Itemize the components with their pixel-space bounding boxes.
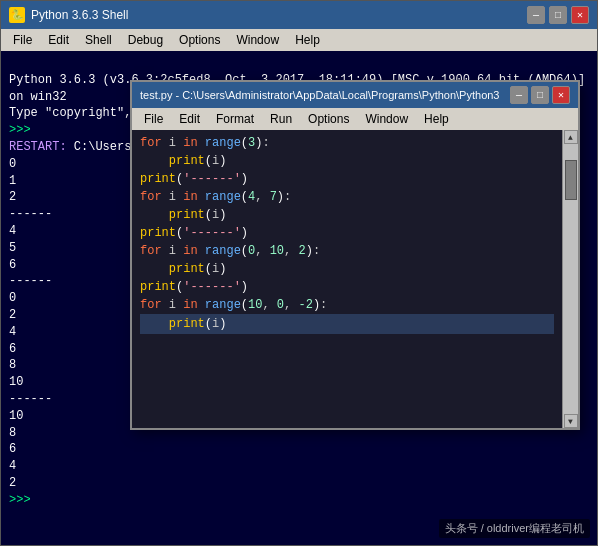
- python-icon: 🐍: [9, 7, 25, 23]
- code-line-4: for i in range(4, 7):: [140, 188, 554, 206]
- editor-scroll-area[interactable]: for i in range(3): print(i) print('-----…: [132, 130, 578, 428]
- shell-title-bar: 🐍 Python 3.6.3 Shell — □ ✕: [1, 1, 597, 29]
- maximize-button[interactable]: □: [549, 6, 567, 24]
- code-line-10: for i in range(10, 0, -2):: [140, 296, 554, 314]
- code-line-2: print(i): [140, 152, 554, 170]
- shell-menu-bar: File Edit Shell Debug Options Window Hel…: [1, 29, 597, 51]
- menu-edit[interactable]: Edit: [40, 31, 77, 49]
- shell-title-text: Python 3.6.3 Shell: [31, 8, 128, 22]
- editor-maximize-button[interactable]: □: [531, 86, 549, 104]
- title-bar-buttons: — □ ✕: [527, 6, 589, 24]
- menu-window[interactable]: Window: [228, 31, 287, 49]
- code-line-5: print(i): [140, 206, 554, 224]
- minimize-button[interactable]: —: [527, 6, 545, 24]
- editor-title-text: test.py - C:\Users\Administrator\AppData…: [140, 89, 500, 101]
- menu-file[interactable]: File: [5, 31, 40, 49]
- code-line-6: print('------'): [140, 224, 554, 242]
- code-line-11: print(i): [140, 314, 554, 334]
- code-line-1: for i in range(3):: [140, 134, 554, 152]
- menu-help[interactable]: Help: [287, 31, 328, 49]
- close-button[interactable]: ✕: [571, 6, 589, 24]
- menu-options[interactable]: Options: [171, 31, 228, 49]
- code-line-7: for i in range(0, 10, 2):: [140, 242, 554, 260]
- watermark: 头条号 / olddriver编程老司机: [439, 519, 590, 538]
- title-bar-left: 🐍 Python 3.6.3 Shell: [9, 7, 128, 23]
- editor-menu-window[interactable]: Window: [357, 110, 416, 128]
- scroll-thumb[interactable]: [565, 160, 577, 200]
- scroll-up-button[interactable]: ▲: [564, 130, 578, 144]
- editor-menu-options[interactable]: Options: [300, 110, 357, 128]
- editor-close-button[interactable]: ✕: [552, 86, 570, 104]
- code-line-3: print('------'): [140, 170, 554, 188]
- editor-menu-help[interactable]: Help: [416, 110, 457, 128]
- code-line-9: print('------'): [140, 278, 554, 296]
- watermark-text: 头条号 / olddriver编程老司机: [445, 522, 584, 534]
- menu-debug[interactable]: Debug: [120, 31, 171, 49]
- editor-menu-file[interactable]: File: [136, 110, 171, 128]
- editor-title-buttons: — □ ✕: [510, 86, 570, 104]
- code-line-8: print(i): [140, 260, 554, 278]
- editor-code-body[interactable]: for i in range(3): print(i) print('-----…: [132, 130, 562, 428]
- scrollbar[interactable]: ▲ ▼: [562, 130, 578, 428]
- editor-menu-edit[interactable]: Edit: [171, 110, 208, 128]
- editor-menu-format[interactable]: Format: [208, 110, 262, 128]
- editor-title-bar: test.py - C:\Users\Administrator\AppData…: [132, 82, 578, 108]
- menu-shell[interactable]: Shell: [77, 31, 120, 49]
- editor-menu-run[interactable]: Run: [262, 110, 300, 128]
- editor-minimize-button[interactable]: —: [510, 86, 528, 104]
- editor-menu-bar: File Edit Format Run Options Window Help: [132, 108, 578, 130]
- editor-window: test.py - C:\Users\Administrator\AppData…: [130, 80, 580, 430]
- scroll-down-button[interactable]: ▼: [564, 414, 578, 428]
